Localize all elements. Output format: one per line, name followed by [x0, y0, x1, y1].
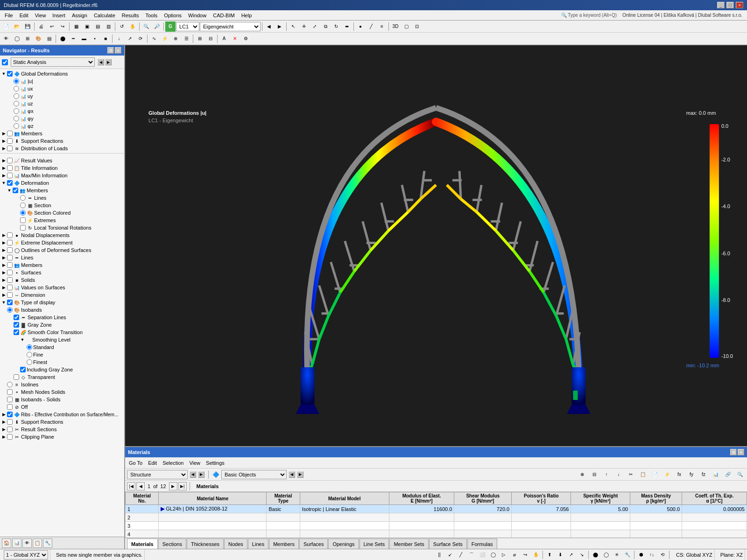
mm-checkbox[interactable]	[7, 173, 13, 178]
bottom-tb8[interactable]: ⌀	[509, 550, 520, 560]
mat-tb10[interactable]: fy	[686, 469, 697, 480]
result3-btn[interactable]: ⊕	[170, 34, 181, 44]
global-deformations-checkbox[interactable]	[7, 71, 13, 77]
mesh-nodes-checkbox[interactable]	[7, 389, 13, 395]
out-checkbox[interactable]	[7, 247, 13, 253]
load3-btn[interactable]: ⟳	[135, 34, 146, 44]
tab-openings[interactable]: Openings	[328, 539, 359, 549]
nav-close-btn[interactable]: ×	[115, 47, 121, 54]
front-btn[interactable]: ▢	[401, 21, 411, 32]
phiz-radio[interactable]	[14, 123, 19, 129]
tree-members[interactable]: ▶ 👥 Members	[0, 130, 124, 137]
3d-btn[interactable]: 3D	[390, 21, 401, 32]
wireframe-btn[interactable]: ▤	[44, 34, 54, 44]
transparent-checkbox[interactable]	[14, 374, 19, 380]
vs-expand-icon[interactable]: ▶	[1, 285, 7, 290]
selection-btn[interactable]: Selection	[161, 458, 185, 468]
combo-prev-btn[interactable]: ◀	[190, 471, 196, 478]
bottom-tb16[interactable]: ◯	[601, 550, 611, 560]
nav-settings-btn[interactable]: 🔧	[43, 539, 52, 548]
tree-extreme-disp[interactable]: ▶ ⚡ Extreme Displacement	[0, 239, 124, 246]
cp-expand-icon[interactable]: ▶	[1, 434, 7, 440]
prev-case-btn[interactable]: ◀	[264, 21, 274, 32]
bottom-tb19[interactable]: ⬢	[636, 550, 646, 560]
l2-expand-icon[interactable]: ▶	[1, 255, 7, 260]
member-btn[interactable]: ≡	[377, 21, 387, 32]
combo-next-btn[interactable]: ▶	[198, 471, 204, 478]
mat-tb4[interactable]: ↓	[613, 469, 624, 480]
tree-deformation[interactable]: ▼ 🔷 Deformation	[0, 179, 124, 187]
mat-tb12[interactable]: 📊	[711, 469, 721, 480]
tree-phiz[interactable]: 📊 φz	[0, 122, 124, 130]
tree-section-colored[interactable]: 🎨 Section Colored	[0, 209, 124, 217]
tree-mesh-nodes-solids[interactable]: ⚬ Mesh Nodes Solids	[0, 388, 124, 396]
tree-local-torsional[interactable]: ↻ Local Torsional Rotations	[0, 224, 124, 231]
mat-tb1[interactable]: ⊕	[577, 469, 587, 480]
load1-btn[interactable]: ↓	[114, 34, 124, 44]
section-colored-radio[interactable]	[20, 210, 26, 216]
menu-window[interactable]: Window	[185, 12, 209, 19]
lines-radio[interactable]	[20, 195, 26, 201]
isobands-solids-checkbox[interactable]	[7, 397, 13, 402]
menu-tools[interactable]: Tools	[142, 12, 160, 19]
tree-clipping-plane[interactable]: ▶ ✂ Clipping Plane	[0, 433, 124, 441]
uy-radio[interactable]	[14, 93, 19, 99]
sr2-expand-icon[interactable]: ▶	[1, 419, 7, 425]
tree-distribution[interactable]: ▶ ≋ Distribution of Loads	[0, 145, 124, 152]
finest-radio[interactable]	[27, 359, 32, 365]
tree-surfaces[interactable]: ▶ ▪ Surfaces	[0, 269, 124, 276]
tree-including-gray[interactable]: Including Gray Zone	[0, 366, 124, 373]
ribs-expand-icon[interactable]: ▶	[1, 412, 7, 417]
out-expand-icon[interactable]: ▶	[1, 247, 7, 253]
tree-smooth-color[interactable]: 🌈 Smooth Color Transition	[0, 329, 124, 336]
bottom-tb11[interactable]: ⬆	[544, 550, 555, 560]
mat-tb13[interactable]: 🔗	[723, 469, 733, 480]
bottom-tb7[interactable]: ▷	[499, 550, 509, 560]
prev-analysis-btn[interactable]: ◀	[98, 59, 104, 65]
mat-tb8[interactable]: ⚡	[662, 469, 672, 480]
rs-expand-icon[interactable]: ▶	[1, 427, 7, 432]
mat-tb11[interactable]: fz	[698, 469, 709, 480]
delete-btn[interactable]: ✕	[230, 34, 240, 44]
show-all-btn[interactable]: 👁	[1, 34, 11, 44]
tree-phix[interactable]: 📊 φx	[0, 107, 124, 115]
members-checkbox[interactable]	[7, 131, 13, 136]
tab-thicknesses[interactable]: Thicknesses	[187, 539, 224, 549]
goto-btn[interactable]: Go To	[127, 458, 144, 468]
support-checkbox[interactable]	[7, 138, 13, 144]
tree-title-info[interactable]: ▶ 📋 Title Information	[0, 164, 124, 172]
including-gray-checkbox[interactable]	[20, 367, 26, 372]
load-case-name-select[interactable]: Eigengewicht	[200, 22, 261, 31]
isobands-radio[interactable]	[7, 307, 13, 313]
menu-file[interactable]: File	[2, 12, 16, 19]
sr2-checkbox[interactable]	[7, 419, 13, 425]
view-btn2[interactable]: ▣	[82, 21, 92, 32]
mat-detach-btn[interactable]: ⊡	[730, 449, 737, 455]
first-page-btn[interactable]: |◀	[127, 482, 135, 490]
rs-checkbox[interactable]	[7, 427, 13, 432]
m2-expand-icon[interactable]: ▶	[1, 262, 7, 268]
mat-close-btn[interactable]: ×	[738, 449, 744, 455]
tab-materials[interactable]: Materials	[127, 539, 158, 549]
snap2-btn[interactable]: ⊟	[205, 34, 216, 44]
tree-isobands-solids[interactable]: ▦ Isobands - Solids	[0, 396, 124, 403]
solid-show-btn[interactable]: ■	[100, 34, 111, 44]
prev-page-btn[interactable]: ◀	[136, 482, 145, 490]
view-btn[interactable]: View	[187, 458, 202, 468]
tree-isobands[interactable]: 🎨 Isobands	[0, 306, 124, 314]
bottom-tb2[interactable]: ↙	[445, 550, 455, 560]
table-row[interactable]: 2	[126, 513, 747, 522]
tree-outlines[interactable]: ▶ ◯ Outlines of Deformed Surfaces	[0, 246, 124, 254]
bottom-tb13[interactable]: ↗	[566, 550, 576, 560]
analysis-type-select[interactable]: Static Analysis	[11, 57, 95, 67]
mat-tb5[interactable]: ✂	[626, 469, 636, 480]
search-box[interactable]: 🔍 Type a keyword (Alt+Q)	[559, 13, 619, 18]
bottom-tb14[interactable]: ↘	[577, 550, 587, 560]
support-expand-icon[interactable]: ▶	[1, 138, 7, 144]
menu-results[interactable]: Results	[119, 12, 142, 19]
tab-formulas[interactable]: Formulas	[467, 539, 497, 549]
tree-section[interactable]: ▦ Section	[0, 202, 124, 209]
new-btn[interactable]: 📄	[1, 21, 11, 32]
bottom-tb21[interactable]: ⟲	[657, 550, 668, 560]
next-page-btn[interactable]: ▶	[169, 482, 177, 490]
